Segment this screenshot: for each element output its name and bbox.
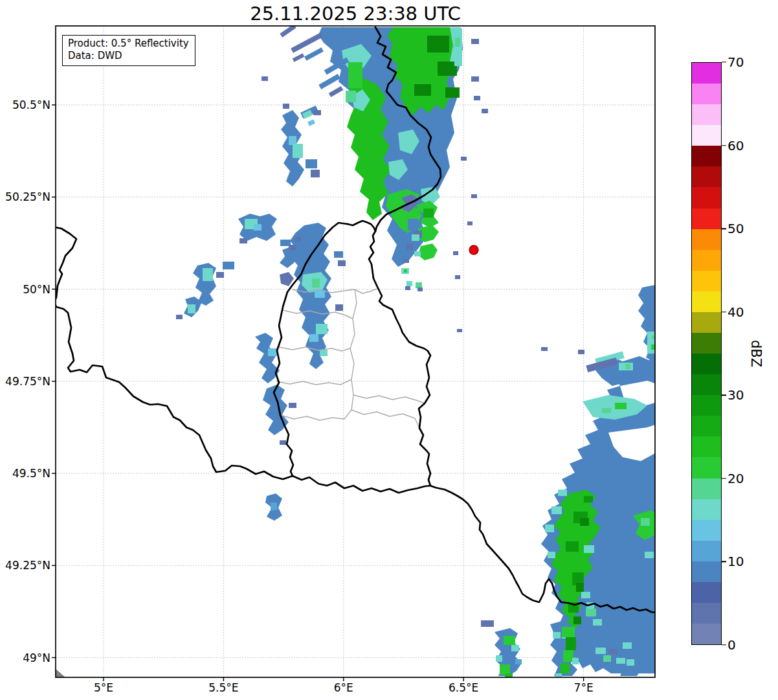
colorbar (691, 62, 722, 645)
colorbar-tick (722, 62, 726, 62)
colorbar-tick-label: 30 (728, 387, 744, 403)
colorbar-band (692, 125, 721, 146)
colorbar-tick-label: 20 (728, 471, 744, 486)
colorbar-band (692, 209, 721, 229)
colorbar-tick (722, 145, 726, 146)
colorbar-band (692, 603, 721, 624)
colorbar-band (692, 63, 721, 84)
product-line: Product: 0.5° Reflectivity (68, 38, 189, 50)
lat-tick-label: 49.5°N (1, 467, 50, 480)
colorbar-band (692, 291, 721, 312)
lat-tick-label: 50.25°N (1, 190, 50, 203)
lon-tick-label: 6°E (334, 681, 353, 694)
lon-tick-label: 5°E (94, 681, 113, 694)
colorbar-tick-label: 10 (728, 554, 744, 569)
colorbar-unit-label: dBZ (748, 340, 764, 367)
data-source-line: Data: DWD (68, 50, 189, 62)
radar-site-marker (469, 245, 478, 254)
colorbar-tick-label: 60 (728, 138, 744, 153)
colorbar-band (692, 395, 721, 416)
colorbar-tick (722, 228, 726, 229)
colorbar-tick-label: 40 (728, 304, 744, 320)
colorbar-tick-label: 50 (728, 221, 744, 236)
lon-tick-label: 7°E (574, 681, 594, 694)
lat-tick-label: 50°N (1, 283, 50, 296)
colorbar-band (692, 457, 721, 478)
colorbar-band (692, 250, 721, 271)
colorbar-band (692, 84, 721, 104)
colorbar-band (692, 479, 721, 499)
colorbar-band (692, 104, 721, 125)
colorbar-band (692, 436, 721, 457)
lat-tick-label: 49.75°N (1, 375, 50, 388)
colorbar-band (692, 374, 721, 395)
colorbar-band (692, 561, 721, 582)
lat-tick-label: 49.25°N (1, 559, 50, 572)
lat-tick-label: 49°N (1, 651, 50, 664)
colorbar-band (692, 520, 721, 541)
colorbar-tick (722, 311, 726, 312)
colorbar-band (692, 416, 721, 436)
colorbar-band (692, 187, 721, 208)
colorbar-tick (722, 478, 726, 479)
colorbar-band (692, 146, 721, 166)
lat-tick-label: 50.5°N (1, 98, 50, 111)
colorbar-tick (722, 644, 726, 645)
lon-tick-label: 6.5°E (449, 681, 478, 694)
colorbar-tick (722, 561, 726, 562)
colorbar-band (692, 312, 721, 333)
colorbar-band (692, 166, 721, 187)
colorbar-tick-label: 0 (728, 637, 736, 653)
colorbar-band (692, 271, 721, 291)
colorbar-band (692, 499, 721, 520)
colorbar-tick-label: 70 (728, 54, 744, 70)
product-info-box: Product: 0.5° Reflectivity Data: DWD (62, 35, 195, 66)
colorbar-band (692, 624, 721, 644)
colorbar-band (692, 582, 721, 603)
colorbar-band (692, 333, 721, 354)
lon-tick-label: 5.5°E (208, 681, 238, 694)
colorbar-band (692, 541, 721, 561)
colorbar-band (692, 229, 721, 250)
colorbar-tick (722, 395, 726, 396)
radar-map (0, 0, 778, 700)
figure-title: 25.11.2025 23:38 UTC (56, 3, 655, 25)
colorbar-band (692, 354, 721, 374)
